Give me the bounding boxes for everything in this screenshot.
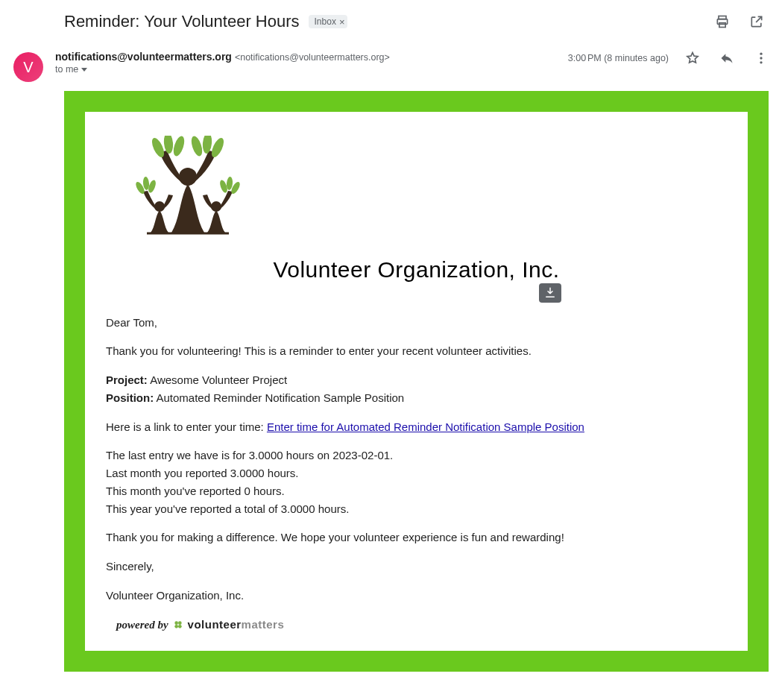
link-prefix: Here is a link to enter your time: bbox=[106, 420, 267, 433]
print-icon[interactable] bbox=[715, 14, 730, 29]
more-icon[interactable] bbox=[754, 51, 769, 66]
brand-light: matters bbox=[242, 618, 285, 631]
powered-by: powered by volunteermatters bbox=[106, 617, 727, 634]
to-text: to me bbox=[55, 64, 78, 75]
position-label: Position: bbox=[106, 391, 154, 404]
project-label: Project: bbox=[106, 373, 148, 386]
svg-point-25 bbox=[178, 625, 182, 628]
sender-email: <notifications@volunteermatters.org> bbox=[235, 52, 390, 63]
svg-point-22 bbox=[174, 621, 178, 625]
position-value: Automated Reminder Notification Sample P… bbox=[154, 391, 404, 404]
svg-point-11 bbox=[171, 136, 186, 157]
intro-text: Thank you for volunteering! This is a re… bbox=[106, 343, 727, 359]
brand-strong: volunteer bbox=[188, 618, 242, 631]
svg-point-5 bbox=[760, 61, 762, 63]
chevron-down-icon bbox=[81, 68, 87, 72]
download-image-button[interactable] bbox=[539, 283, 561, 303]
powered-by-label: powered by bbox=[116, 617, 168, 634]
last-entry-text: The last entry we have is for 3.0000 hou… bbox=[106, 447, 727, 464]
timestamp: 3:00 PM (8 minutes ago) bbox=[568, 53, 669, 63]
signoff: Sincerely, bbox=[106, 558, 727, 575]
email-text: Dear Tom, Thank you for volunteering! Th… bbox=[106, 315, 727, 634]
email-subject: Reminder: Your Volunteer Hours bbox=[64, 12, 300, 31]
inbox-chip-label: Inbox bbox=[315, 16, 336, 27]
star-icon[interactable] bbox=[685, 51, 700, 66]
org-title: Volunteer Organization, Inc. bbox=[273, 253, 559, 286]
org-signature: Volunteer Organization, Inc. bbox=[106, 587, 727, 604]
avatar-letter: V bbox=[23, 59, 33, 76]
svg-point-6 bbox=[179, 168, 197, 186]
reply-icon[interactable] bbox=[719, 51, 734, 66]
this-month-text: This month you've reported 0 hours. bbox=[106, 483, 727, 499]
inbox-chip[interactable]: Inbox × bbox=[309, 15, 348, 28]
to-dropdown[interactable]: to me bbox=[55, 64, 390, 75]
greeting: Dear Tom, bbox=[106, 315, 727, 331]
svg-point-24 bbox=[174, 625, 178, 628]
this-year-text: This year you've reported a total of 3.0… bbox=[106, 501, 727, 517]
subject-row: Reminder: Your Volunteer Hours Inbox × bbox=[13, 12, 769, 31]
message-header: V notifications@volunteermatters.org <no… bbox=[13, 51, 769, 82]
avatar: V bbox=[13, 52, 43, 82]
svg-point-23 bbox=[178, 621, 182, 625]
last-month-text: Last month you reported 3.0000 hours. bbox=[106, 465, 727, 482]
project-value: Awesome Volunteer Project bbox=[148, 373, 287, 386]
clover-icon bbox=[173, 619, 183, 630]
thanks-text: Thank you for making a difference. We ho… bbox=[106, 529, 727, 546]
sender-name[interactable]: notifications@volunteermatters.org bbox=[55, 51, 232, 63]
email-body-wrapper: Volunteer Organization, Inc. Dear Tom, T… bbox=[64, 91, 769, 672]
close-icon[interactable]: × bbox=[339, 17, 345, 27]
open-in-new-icon[interactable] bbox=[749, 14, 764, 29]
svg-point-4 bbox=[760, 57, 762, 59]
org-logo: Volunteer Organization, Inc. bbox=[106, 136, 727, 304]
svg-point-12 bbox=[189, 136, 204, 157]
svg-point-3 bbox=[760, 53, 762, 55]
enter-time-link[interactable]: Enter time for Automated Reminder Notifi… bbox=[267, 420, 584, 433]
